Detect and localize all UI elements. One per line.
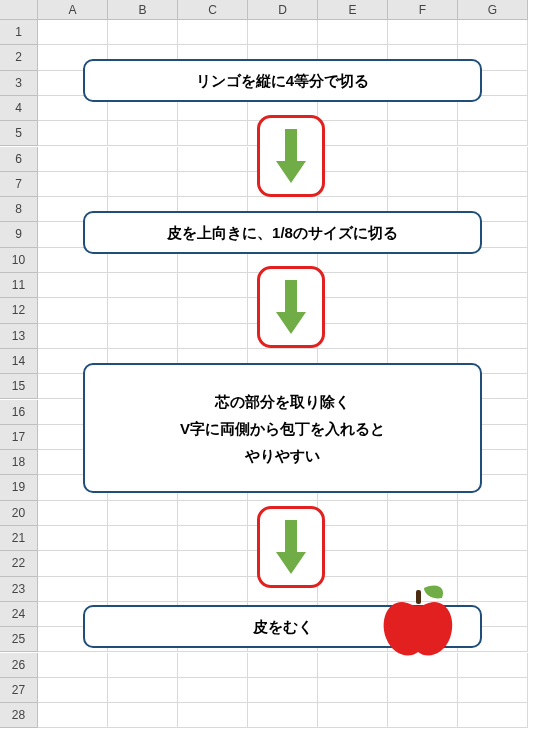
step-text-3b: V字に両側から包丁を入れると [180,415,385,442]
step-text-3c: やりやすい [245,442,320,469]
down-arrow-icon [276,518,306,576]
step-text-4: 皮をむく [253,613,313,640]
step-text-3a: 芯の部分を取り除く [215,388,350,415]
step-box-1: リンゴを縦に4等分で切る [83,59,482,102]
step-text-2: 皮を上向きに、1/8のサイズに切る [167,219,398,246]
down-arrow-icon [276,278,306,336]
diagram-overlay: リンゴを縦に4等分で切る 皮を上向きに、1/8のサイズに切る 芯の部分を取り除く… [0,0,533,729]
down-arrow-icon [276,127,306,185]
step-box-3: 芯の部分を取り除く V字に両側から包丁を入れると やりやすい [83,363,482,493]
svg-rect-0 [416,590,421,604]
arrow-frame-3 [257,506,325,588]
arrow-frame-1 [257,115,325,197]
arrow-frame-2 [257,266,325,348]
apple-icon [380,580,456,660]
step-box-2: 皮を上向きに、1/8のサイズに切る [83,211,482,254]
step-text-1: リンゴを縦に4等分で切る [196,67,369,94]
